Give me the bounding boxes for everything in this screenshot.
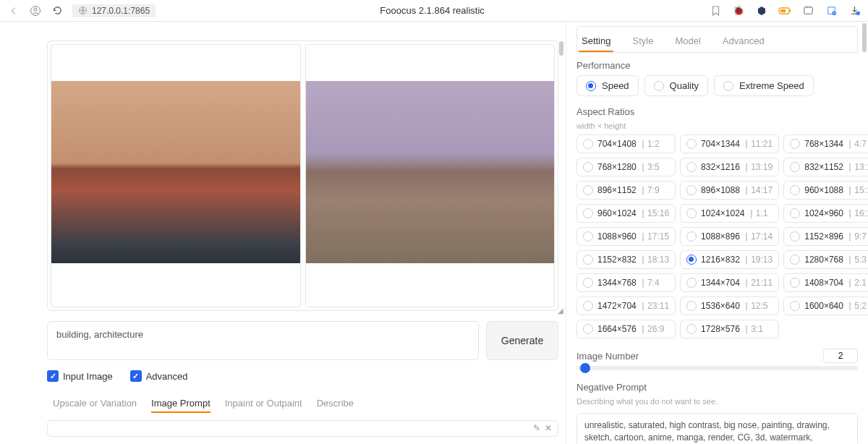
left-pane: ◢ Generate Input Image Advanced Upscale … [0,22,566,444]
radio-icon [583,231,593,242]
prompt-input[interactable] [47,321,479,360]
aspect-dim: 1664×576 [597,324,637,334]
aspect-ratio-832x1216[interactable]: 832×1216 ∣ 13:19 [680,158,779,176]
aspect-dim: 896×1152 [597,185,637,195]
radio-icon [686,162,697,172]
aspect-ratio-960x1088[interactable]: 960×1088 ∣ 15:17 [783,181,868,200]
aspect-ratio-label: ∣ 4:7 [848,139,867,149]
aspect-ratio-960x1024[interactable]: 960×1024 ∣ 15:16 [576,204,676,223]
right-pane: SettingStyleModelAdvanced Performance Sp… [566,22,868,444]
reload-icon[interactable] [51,4,64,17]
performance-option-label: Extreme Speed [739,80,804,91]
aspect-label: Aspect Ratios [576,106,858,117]
output-image-1[interactable] [51,44,301,307]
aspect-ratio-768x1280[interactable]: 768×1280 ∣ 3:5 [576,158,676,176]
aspect-dim: 768×1280 [597,162,637,172]
svg-point-10 [856,11,860,15]
aspect-ratio-1280x768[interactable]: 1280×768 ∣ 5:3 [783,250,868,269]
gallery-scrollbar[interactable] [559,41,565,310]
performance-option-quality[interactable]: Quality [644,75,708,96]
aspect-ratio-896x1152[interactable]: 896×1152 ∣ 7:9 [576,181,676,200]
aspect-ratio-1088x960[interactable]: 1088×960 ∣ 17:15 [576,227,676,246]
aspect-ratio-896x1088[interactable]: 896×1088 ∣ 14:17 [680,181,779,200]
back-icon[interactable] [7,4,20,17]
aspect-ratio-1536x640[interactable]: 1536×640 ∣ 12:5 [680,296,779,315]
aspect-ratio-label: ∣ 19:13 [744,255,773,265]
radio-icon [686,231,697,242]
aspect-dim: 1024×1024 [701,208,744,218]
aspect-dim: 768×1344 [804,139,843,149]
aspect-ratio-1472x704[interactable]: 1472×704 ∣ 23:11 [576,296,676,315]
sub-tab-image-prompt[interactable]: Image Prompt [151,395,210,413]
aspect-ratio-1088x896[interactable]: 1088×896 ∣ 17:14 [680,227,779,246]
aspect-ratio-1600x640[interactable]: 1600×640 ∣ 5:2 [783,296,868,315]
checkbox-checked-icon [130,370,142,382]
aspect-ratio-832x1152[interactable]: 832×1152 ∣ 13:18 [783,158,868,176]
radio-icon [583,185,593,195]
image-number-input[interactable] [823,349,858,363]
radio-icon [790,185,800,195]
sub-tab-inpaint-or-outpaint[interactable]: Inpaint or Outpaint [225,395,302,413]
aspect-ratio-label: ∣ 2:1 [848,278,867,288]
aspect-ratio-1152x832[interactable]: 1152×832 ∣ 18:13 [576,250,676,269]
aspect-ratio-label: ∣ 17:15 [641,231,669,242]
aspect-ratio-label: ∣ 1:1 [749,208,768,218]
aspect-dim: 1472×704 [597,301,637,311]
performance-option-label: Speed [602,80,629,91]
tab-style[interactable]: Style [629,31,656,52]
extension-icon-2[interactable] [755,4,768,17]
sub-tab-describe[interactable]: Describe [317,395,354,413]
aspect-ratio-1344x768[interactable]: 1344×768 ∣ 7:4 [576,273,676,292]
performance-option-speed[interactable]: Speed [576,75,639,96]
input-image-checkbox[interactable]: Input Image [47,370,113,382]
tab-setting[interactable]: Setting [579,31,613,52]
aspect-ratio-label: ∣ 21:11 [744,278,773,288]
sync-icon[interactable] [825,4,838,17]
radio-icon [686,278,697,288]
aspect-ratio-1216x832[interactable]: 1216×832 ∣ 19:13 [680,250,779,269]
aspect-dim: 1536×640 [701,301,740,311]
output-image-2[interactable] [305,44,556,307]
aspect-ratio-1664x576[interactable]: 1664×576 ∣ 26:9 [576,320,676,338]
aspect-ratio-1024x960[interactable]: 1024×960 ∣ 16:15 [783,204,868,223]
aspect-ratio-768x1344[interactable]: 768×1344 ∣ 4:7 [783,135,868,153]
svg-rect-5 [790,9,791,12]
aspect-dim: 832×1152 [804,162,843,172]
aspect-ratio-1024x1024[interactable]: 1024×1024 ∣ 1:1 [680,204,779,223]
tab-advanced[interactable]: Advanced [720,31,767,52]
tab-model[interactable]: Model [672,31,703,52]
aspect-ratio-1728x576[interactable]: 1728×576 ∣ 3:1 [680,320,779,338]
user-icon[interactable] [29,4,42,17]
sub-tab-upscale-or-variation[interactable]: Upscale or Variation [53,395,137,413]
radio-icon [790,231,800,242]
radio-icon [790,162,800,172]
aspect-dim: 1088×960 [597,231,637,242]
aspect-dim: 1088×896 [701,231,740,242]
aspect-ratio-1344x704[interactable]: 1344×704 ∣ 21:11 [680,273,779,292]
aspect-ratio-1152x896[interactable]: 1152×896 ∣ 9:7 [783,227,868,246]
resize-handle-icon[interactable]: ◢ [558,307,563,315]
advanced-checkbox[interactable]: Advanced [130,370,188,382]
radio-icon [583,162,593,172]
edit-icon[interactable]: ✎ [533,423,540,433]
performance-option-extreme-speed[interactable]: Extreme Speed [714,75,814,96]
aspect-ratio-label: ∣ 12:5 [744,301,768,311]
aspect-ratio-704x1344[interactable]: 704×1344 ∣ 11:21 [680,135,779,153]
generate-button[interactable]: Generate [486,321,558,360]
negative-prompt-input[interactable] [576,413,858,444]
radio-icon [686,324,697,334]
battery-icon[interactable] [778,4,791,17]
close-icon[interactable]: ✕ [545,423,552,433]
url-bar[interactable]: 127.0.0.1:7865 [72,4,156,17]
aspect-ratio-704x1408[interactable]: 704×1408 ∣ 1:2 [576,135,676,153]
image-number-slider[interactable] [576,366,858,370]
extension-icon-3[interactable] [801,4,814,17]
download-icon[interactable] [848,4,861,17]
aspect-ratio-1408x704[interactable]: 1408×704 ∣ 2:1 [783,273,868,292]
performance-options: SpeedQualityExtreme Speed [576,75,858,96]
right-scrollbar[interactable] [862,23,867,52]
bookmark-icon[interactable] [709,4,722,17]
extension-icon-1[interactable]: 🐞 [732,4,745,17]
aspect-ratio-grid: 704×1408 ∣ 1:2704×1344 ∣ 11:21768×1344 ∣… [576,135,858,338]
aspect-dim: 1152×896 [804,231,843,242]
